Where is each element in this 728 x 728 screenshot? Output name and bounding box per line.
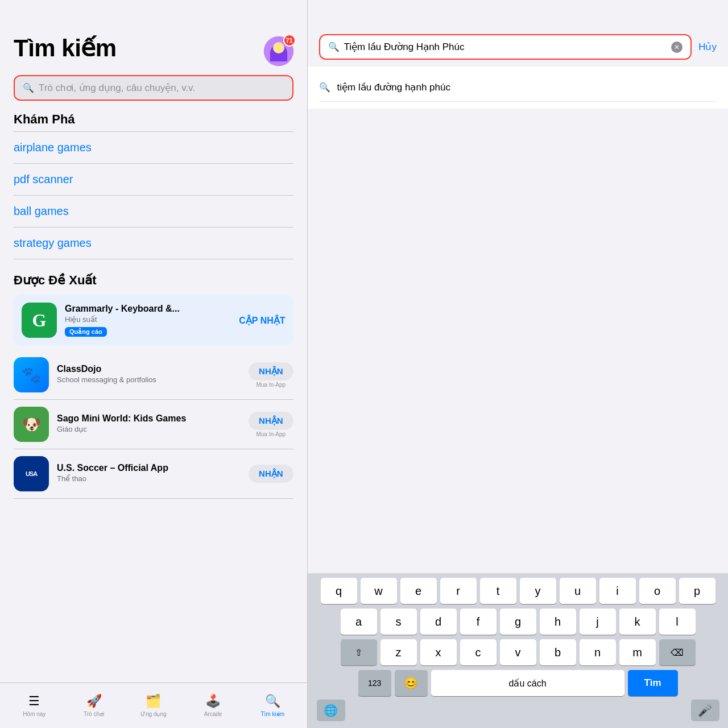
app-icon-grammarly: G: [22, 303, 57, 338]
key-q[interactable]: q: [321, 578, 357, 604]
receive-button-classdojo[interactable]: NHẬN: [249, 362, 293, 380]
key-i[interactable]: i: [599, 578, 636, 604]
key-v[interactable]: v: [500, 639, 536, 665]
key-w[interactable]: w: [361, 578, 397, 604]
key-search[interactable]: Tìm: [628, 670, 678, 696]
nav-item-search[interactable]: 🔍 Tìm kiếm: [243, 694, 303, 717]
update-button-grammarly[interactable]: CẬP NHẬT: [239, 315, 285, 326]
receive-button-sago[interactable]: NHẬN: [249, 412, 293, 430]
recommended-section-title: Được Đề Xuất: [14, 273, 293, 288]
keyboard: q w e r t y u i o p a s d f g h j k l ⇧ …: [308, 573, 728, 728]
right-panel: 🔍 Tiệm lầu Đường Hạnh Phúc ✕ Hủy 🔍 tiệm …: [308, 0, 728, 728]
key-b[interactable]: b: [540, 639, 576, 665]
nav-item-games[interactable]: 🚀 Trò chơi: [64, 694, 124, 717]
key-g[interactable]: g: [500, 609, 536, 635]
key-a[interactable]: a: [341, 609, 377, 635]
app-card-grammarly[interactable]: G Grammarly - Keyboard &... Hiệu suất Qu…: [14, 295, 293, 346]
app-info-grammarly: Grammarly - Keyboard &... Hiệu suất Quản…: [65, 304, 231, 337]
key-s[interactable]: s: [380, 609, 417, 635]
explore-item-text-3: strategy games: [14, 237, 92, 249]
app-list-item-soccer[interactable]: USA U.S. Soccer – Official App Thể thao …: [14, 449, 293, 499]
explore-item-text-2: ball games: [14, 205, 69, 217]
keyboard-row-4: 123 😊 dấu cách Tìm: [310, 670, 726, 696]
suggestion-search-icon: 🔍: [319, 82, 330, 93]
page-title: Tìm kiếm: [14, 34, 117, 62]
receive-wrapper-classdojo: NHẬN Mua In-App: [249, 362, 293, 388]
receive-wrapper-sago: NHẬN Mua In-App: [249, 412, 293, 437]
key-d[interactable]: d: [420, 609, 457, 635]
key-f[interactable]: f: [460, 609, 497, 635]
key-delete[interactable]: ⌫: [659, 639, 696, 665]
soccer-icon-text: USA: [26, 470, 37, 477]
nav-label-arcade: Arcade: [204, 711, 222, 717]
app-list-item-sago[interactable]: 🐶 Sago Mini World: Kids Games Giáo dục N…: [14, 400, 293, 449]
nav-label-games: Trò chơi: [84, 711, 104, 717]
key-globe[interactable]: 🌐: [317, 700, 345, 721]
explore-section-title: Khám Phá: [14, 112, 293, 127]
nav-item-arcade[interactable]: 🕹️ Arcade: [183, 694, 243, 717]
explore-item-0[interactable]: airplane games: [14, 132, 293, 164]
nav-icon-games: 🚀: [86, 694, 102, 709]
app-icon-classdojo: 🐾: [14, 357, 49, 392]
in-app-label-classdojo: Mua In-App: [256, 382, 286, 388]
key-z[interactable]: z: [380, 639, 417, 665]
app-list-item-classdojo[interactable]: 🐾 ClassDojo School messaging & portfolio…: [14, 350, 293, 400]
suggestion-area: 🔍 tiệm lầu đường hạnh phúc: [308, 67, 728, 109]
cancel-button[interactable]: Hủy: [692, 41, 717, 53]
keyboard-row-2: a s d f g h j k l: [310, 609, 726, 635]
nav-item-apps[interactable]: 🗂️ Ứng dụng: [123, 694, 183, 717]
suggestion-item-0[interactable]: 🔍 tiệm lầu đường hạnh phúc: [319, 73, 717, 102]
app-name-grammarly: Grammarly - Keyboard &...: [65, 304, 231, 314]
bottom-nav: ☰ Hôm nay 🚀 Trò chơi 🗂️ Ứng dụng 🕹️ Arca…: [0, 682, 307, 728]
app-subtitle-sago: Giáo dục: [57, 425, 241, 433]
key-u[interactable]: u: [560, 578, 596, 604]
clear-button[interactable]: ✕: [671, 42, 682, 53]
key-space[interactable]: dấu cách: [431, 670, 624, 696]
app-name-soccer: U.S. Soccer – Official App: [57, 463, 241, 473]
key-shift[interactable]: ⇧: [341, 639, 377, 665]
app-info-soccer: U.S. Soccer – Official App Thể thao: [57, 463, 241, 485]
avatar-container[interactable]: 71: [264, 36, 293, 66]
key-p[interactable]: p: [679, 578, 715, 604]
app-subtitle-grammarly: Hiệu suất: [65, 315, 231, 324]
section-content: Khám Phá airplane games pdf scanner ball…: [0, 110, 307, 682]
key-o[interactable]: o: [639, 578, 676, 604]
nav-label-apps: Ứng dụng: [140, 711, 167, 717]
key-r[interactable]: r: [440, 578, 477, 604]
key-h[interactable]: h: [540, 609, 576, 635]
receive-button-soccer[interactable]: NHẬN: [249, 465, 293, 483]
receive-wrapper-soccer: NHẬN: [249, 465, 293, 483]
right-search-bar[interactable]: 🔍 Tiệm lầu Đường Hạnh Phúc ✕: [319, 34, 692, 60]
explore-item-text-1: pdf scanner: [14, 173, 73, 185]
key-n[interactable]: n: [580, 639, 616, 665]
key-123[interactable]: 123: [358, 670, 391, 696]
in-app-label-sago: Mua In-App: [256, 431, 286, 437]
explore-item-1[interactable]: pdf scanner: [14, 164, 293, 196]
nav-item-today[interactable]: ☰ Hôm nay: [5, 694, 64, 717]
left-panel: Tìm kiếm 71 🔍 Trò chơi, ứng dụng, câu ch…: [0, 0, 307, 728]
key-m[interactable]: m: [619, 639, 656, 665]
key-l[interactable]: l: [659, 609, 696, 635]
explore-item-2[interactable]: ball games: [14, 196, 293, 228]
key-j[interactable]: j: [580, 609, 616, 635]
app-icon-soccer: USA: [14, 456, 49, 491]
key-y[interactable]: y: [520, 578, 556, 604]
right-search-input[interactable]: Tiệm lầu Đường Hạnh Phúc: [344, 41, 667, 53]
key-emoji[interactable]: 😊: [395, 670, 428, 696]
explore-section-title-row: Khám Phá: [14, 112, 293, 127]
key-mic[interactable]: 🎤: [691, 700, 719, 721]
key-t[interactable]: t: [480, 578, 516, 604]
explore-item-text-0: airplane games: [14, 141, 92, 154]
key-c[interactable]: c: [460, 639, 497, 665]
nav-icon-search: 🔍: [265, 694, 280, 709]
nav-label-today: Hôm nay: [23, 711, 46, 717]
left-search-bar[interactable]: 🔍 Trò chơi, ứng dụng, câu chuyện, v.v.: [14, 75, 293, 101]
key-k[interactable]: k: [619, 609, 656, 635]
explore-item-3[interactable]: strategy games: [14, 228, 293, 259]
keyboard-row-3: ⇧ z x c v b n m ⌫: [310, 639, 726, 665]
app-name-classdojo: ClassDojo: [57, 364, 241, 374]
key-x[interactable]: x: [420, 639, 457, 665]
app-icon-sago: 🐶: [14, 407, 49, 442]
right-search-area: 🔍 Tiệm lầu Đường Hạnh Phúc ✕ Hủy: [308, 0, 728, 67]
key-e[interactable]: e: [400, 578, 437, 604]
